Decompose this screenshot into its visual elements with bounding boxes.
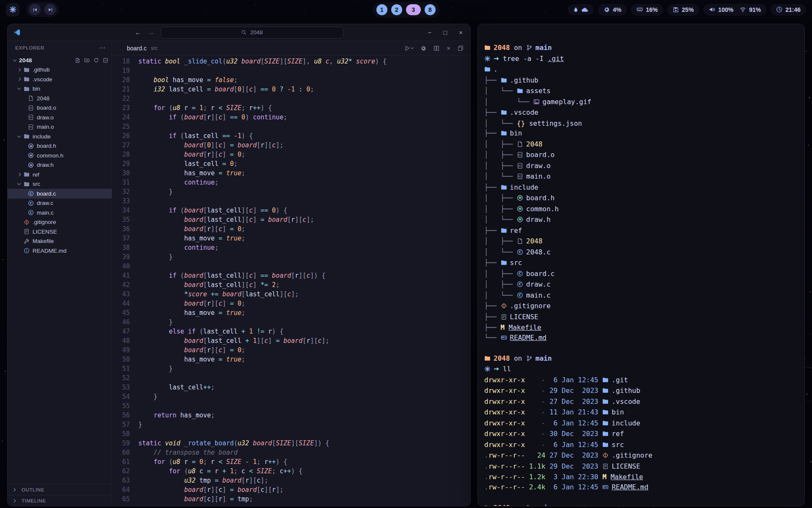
code-line-52[interactable]: 52: [112, 373, 470, 383]
outline-panel[interactable]: OUTLINE: [8, 484, 112, 495]
run-code-button[interactable]: [404, 45, 413, 51]
code-line-24[interactable]: 24 if (board[r][c] == 0) continue;: [112, 113, 470, 122]
explorer-item-.vscode[interactable]: .vscode: [8, 75, 112, 84]
close-editor-button[interactable]: ×: [447, 45, 450, 51]
workspace-8[interactable]: 8: [425, 4, 436, 15]
code-line-18[interactable]: 18static bool _slide_col(u32 board[SIZE]…: [112, 57, 470, 66]
code-line-25[interactable]: 25: [112, 122, 470, 131]
code-line-23[interactable]: 23 for (u8 r = 1; r < SIZE; r++) {: [112, 103, 470, 113]
code-line-39[interactable]: 39 }: [112, 252, 470, 262]
minimize-button[interactable]: −: [428, 29, 431, 36]
settings-gear-icon[interactable]: [420, 45, 426, 51]
code-line-55[interactable]: 55: [112, 401, 470, 411]
explorer-item-README.md[interactable]: README.md: [8, 246, 112, 256]
code-line-59[interactable]: 59static void _rotate_board(u32 board[SI…: [112, 439, 470, 448]
code-line-20[interactable]: 20 bool has_move = false;: [112, 75, 470, 85]
explorer-item-src[interactable]: src: [8, 179, 112, 189]
code-line-50[interactable]: 50 has_move = true;: [112, 355, 470, 364]
code-line-56[interactable]: 56 return has_move;: [112, 411, 470, 420]
explorer-item-include[interactable]: include: [8, 132, 112, 141]
code-line-49[interactable]: 49 board[r][c] = 0;: [112, 345, 470, 355]
code-line-43[interactable]: 43 *score += board[last_cell][c];: [112, 290, 470, 299]
terminal-window[interactable]: 2048 on maintree -a -I .git.├── .github│…: [477, 24, 805, 506]
code-line-64[interactable]: 64 board[r][c] = board[c][r];: [112, 485, 470, 494]
code-line-60[interactable]: 60 // transpose the board: [112, 448, 470, 457]
code-line-26[interactable]: 26 if (last_cell == -1) {: [112, 131, 470, 141]
launcher-logo-icon[interactable]: [6, 3, 19, 17]
split-editor-button[interactable]: [433, 45, 439, 51]
explorer-item-2048[interactable]: 2048: [8, 55, 112, 65]
code-line-44[interactable]: 44 board[r][c] = 0;: [112, 299, 470, 308]
clock-widget[interactable]: 21:46: [771, 4, 806, 16]
workspace-2[interactable]: 2: [391, 4, 402, 15]
code-line-41[interactable]: 41 if (board[last_cell][c] == board[r][c…: [112, 271, 470, 280]
explorer-item-board.c[interactable]: Cboard.c: [8, 189, 112, 199]
terminal-content[interactable]: 2048 on maintree -a -I .git.├── .github│…: [478, 24, 804, 506]
collapse-folders-icon[interactable]: [103, 58, 108, 63]
explorer-item-bin[interactable]: bin: [8, 84, 112, 94]
explorer-item-common.h[interactable]: Hcommon.h: [8, 151, 112, 160]
command-center-search[interactable]: 2048: [161, 27, 343, 39]
explorer-item-Makefile[interactable]: Makefile: [8, 237, 112, 246]
explorer-item-draw.c[interactable]: Cdraw.c: [8, 199, 112, 208]
code-line-27[interactable]: 27 board[0][c] = board[r][c];: [112, 141, 470, 150]
explorer-item-draw.h[interactable]: Hdraw.h: [8, 160, 112, 170]
code-line-31[interactable]: 31 continue;: [112, 178, 470, 187]
explorer-item-main.c[interactable]: Cmain.c: [8, 208, 112, 218]
code-line-22[interactable]: 22: [112, 94, 470, 103]
explorer-item-2048[interactable]: 2048: [8, 94, 112, 103]
code-line-35[interactable]: 35 board[last_cell][c] = board[r][c];: [112, 215, 470, 224]
code-line-37[interactable]: 37 has_move = true;: [112, 234, 470, 243]
timeline-panel[interactable]: TIMELINE: [8, 495, 112, 506]
code-line-45[interactable]: 45 has_move = true;: [112, 308, 470, 318]
explorer-item-board.h[interactable]: Hboard.h: [8, 141, 112, 151]
explorer-item-.github[interactable]: .github: [8, 65, 112, 75]
close-button[interactable]: ×: [459, 29, 463, 36]
code-line-19[interactable]: 19: [112, 66, 470, 75]
nav-back-icon[interactable]: ←: [134, 29, 141, 36]
code-line-21[interactable]: 21 i32 last_cell = board[0][c] == 0 ? -1…: [112, 85, 470, 94]
code-line-40[interactable]: 40: [112, 262, 470, 271]
new-folder-icon[interactable]: [84, 58, 90, 63]
code-line-36[interactable]: 36 board[r][c] = 0;: [112, 224, 470, 234]
weather-widget[interactable]: [568, 4, 594, 15]
code-line-51[interactable]: 51 }: [112, 364, 470, 373]
code-line-42[interactable]: 42 board[last_cell][c] *= 2;: [112, 280, 470, 290]
code-line-38[interactable]: 38 continue;: [112, 243, 470, 252]
code-line-29[interactable]: 29 last_cell = 0;: [112, 159, 470, 168]
explorer-item-.gitignore[interactable]: .gitignore: [8, 218, 112, 227]
code-line-65[interactable]: 65 board[c][r] = tmp;: [112, 494, 470, 504]
explorer-item-ref[interactable]: ref: [8, 170, 112, 179]
memory-widget[interactable]: 16%: [631, 4, 663, 16]
code-editor[interactable]: 18static bool _slide_col(u32 board[SIZE]…: [112, 55, 470, 506]
explorer-item-main.o[interactable]: 01main.o: [8, 122, 112, 132]
code-line-54[interactable]: 54 }: [112, 392, 470, 401]
tab-board-c[interactable]: board.c src: [117, 45, 158, 52]
workspace-3[interactable]: 3: [406, 4, 421, 15]
refresh-explorer-icon[interactable]: [93, 58, 99, 63]
vscode-titlebar[interactable]: ← → 2048 − □ ×: [8, 24, 470, 41]
media-previous-icon[interactable]: [29, 4, 41, 15]
code-line-61[interactable]: 61 for (u8 r = 0; r < SIZE - 1; r++) {: [112, 457, 470, 467]
explorer-more-icon[interactable]: ⋯: [99, 44, 106, 52]
code-line-33[interactable]: 33: [112, 196, 470, 206]
maximize-button[interactable]: □: [443, 29, 447, 36]
nav-forward-icon[interactable]: →: [148, 29, 154, 36]
code-line-32[interactable]: 32 }: [112, 187, 470, 196]
code-line-30[interactable]: 30 has_move = true;: [112, 168, 470, 178]
explorer-item-LICENSE[interactable]: LICENSE: [8, 227, 112, 237]
code-line-63[interactable]: 63 u32 tmp = board[r][c];: [112, 476, 470, 485]
workspace-1[interactable]: 1: [376, 4, 387, 15]
code-line-62[interactable]: 62 for (u8 c = r + 1; c < SIZE; c++) {: [112, 467, 470, 476]
explorer-item-draw.o[interactable]: 01draw.o: [8, 113, 112, 122]
code-line-53[interactable]: 53 last_cell++;: [112, 383, 470, 392]
audio-network-widget[interactable]: 100% 91%: [703, 4, 766, 16]
open-changes-button[interactable]: [458, 45, 464, 51]
code-line-46[interactable]: 46 }: [112, 318, 470, 327]
code-line-57[interactable]: 57}: [112, 420, 470, 429]
media-next-icon[interactable]: [44, 4, 56, 15]
code-line-48[interactable]: 48 board[last_cell + 1][c] = board[r][c]…: [112, 336, 470, 345]
code-line-47[interactable]: 47 else if (last_cell + 1 != r) {: [112, 327, 470, 336]
explorer-item-board.o[interactable]: 01board.o: [8, 103, 112, 113]
code-line-58[interactable]: 58: [112, 429, 470, 439]
